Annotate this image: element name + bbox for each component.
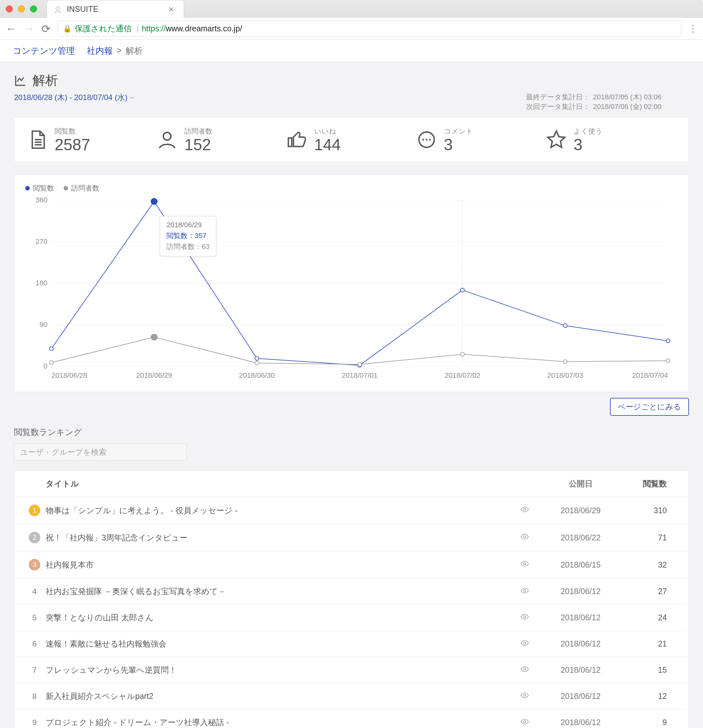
stat-favorites: よく使う3	[546, 127, 676, 153]
last-agg-label: 最終データ集計日：	[526, 92, 590, 102]
stat-comments-label: コメント	[444, 127, 473, 136]
forward-button[interactable]: →	[24, 22, 35, 35]
svg-point-6	[423, 139, 424, 140]
close-window-icon[interactable]	[6, 6, 13, 13]
eye-icon[interactable]	[514, 718, 536, 728]
stat-likes: いいね144	[287, 127, 416, 153]
eye-icon[interactable]	[514, 586, 536, 597]
stat-fav-value: 3	[574, 137, 603, 153]
chart-area[interactable]: 0901802703602018/06/282018/06/292018/06/…	[25, 197, 678, 382]
row-date: 2018/06/12	[536, 692, 625, 701]
stat-views-label: 閲覧数	[55, 127, 90, 136]
svg-point-40	[666, 359, 670, 363]
address-bar[interactable]: 🔒 保護された通信 | https://www.dreamarts.co.jp/	[58, 21, 681, 37]
svg-point-29	[255, 356, 259, 360]
eye-icon[interactable]	[514, 665, 536, 675]
eye-icon[interactable]	[514, 612, 536, 623]
row-date: 2018/06/15	[536, 560, 625, 569]
table-row[interactable]: 8新入社員紹介スペシャルpart22018/06/1212	[14, 683, 689, 709]
analytics-icon	[14, 74, 27, 87]
close-tab-icon[interactable]: ×	[168, 4, 174, 15]
eye-icon[interactable]	[514, 691, 536, 702]
browser-chrome: INSUITE × ← → ⟳ 🔒 保護された通信 | https://www.…	[0, 0, 703, 40]
svg-point-39	[563, 360, 567, 364]
stat-visitors-label: 訪問者数	[184, 127, 212, 136]
svg-text:2018/06/30: 2018/06/30	[239, 371, 275, 379]
header-date: 公開日	[536, 478, 625, 489]
rank-number: 4	[32, 587, 36, 596]
view-per-page-button[interactable]: ページごとにみる	[610, 398, 689, 416]
eye-icon[interactable]	[514, 639, 536, 649]
thumbs-up-icon	[287, 129, 307, 150]
svg-text:0: 0	[43, 362, 47, 370]
ranking-title: 閲覧数ランキング	[14, 427, 689, 438]
comment-icon	[416, 129, 437, 150]
row-title: 祝！「社内報」3周年記念インタビュー	[46, 532, 514, 543]
tooltip-visitors: 訪問者数：63	[166, 242, 209, 251]
table-row[interactable]: 4社内お宝発掘隊 －奥深く眠るお宝写真を求めて－2018/06/1227	[14, 578, 689, 605]
browser-tab[interactable]: INSUITE ×	[47, 0, 184, 18]
svg-text:2018/07/04: 2018/07/04	[632, 371, 668, 379]
row-date: 2018/06/22	[536, 533, 625, 542]
table-row[interactable]: 7フレッシュマンから先輩へ逆質問！2018/06/1215	[14, 657, 689, 683]
table-row[interactable]: 3社内報見本市2018/06/1532	[14, 551, 689, 578]
legend-dot-views	[25, 186, 30, 191]
stat-visitors-value: 152	[184, 137, 212, 153]
svg-point-7	[426, 139, 427, 140]
table-row[interactable]: 2祝！「社内報」3周年記念インタビュー2018/06/2271	[14, 524, 689, 551]
row-title: 社内報見本市	[46, 560, 514, 570]
row-title: プロジェクト紹介 - ドリーム・アーツ社導入秘話 -	[46, 717, 514, 728]
table-row[interactable]: 5突撃！となりの山田 太郎さん2018/06/1224	[14, 605, 689, 631]
page-title: 解析	[33, 72, 58, 89]
svg-text:2018/06/28: 2018/06/28	[52, 371, 87, 379]
breadcrumb-separator: >	[117, 46, 122, 56]
table-row[interactable]: 9プロジェクト紹介 - ドリーム・アーツ社導入秘話 -2018/06/129	[14, 709, 689, 728]
row-views: 32	[625, 560, 680, 569]
back-button[interactable]: ←	[6, 22, 17, 35]
row-views: 71	[625, 533, 680, 542]
svg-point-8	[429, 139, 431, 140]
eye-icon[interactable]	[514, 560, 536, 570]
row-date: 2018/06/12	[536, 613, 625, 622]
legend-dot-visitors	[64, 186, 68, 191]
rank-number: 9	[32, 718, 36, 727]
breadcrumb-parent-link[interactable]: 社内報	[87, 45, 113, 56]
row-views: 12	[625, 692, 680, 701]
maximize-window-icon[interactable]	[30, 6, 37, 13]
lock-icon: 🔒	[63, 25, 72, 33]
eye-icon[interactable]	[514, 505, 536, 516]
breadcrumb-current: 解析	[126, 45, 143, 56]
aggregation-info: 最終データ集計日：2018/07/05 (木) 03:06 次回データ集計日：2…	[526, 92, 689, 111]
browser-menu-icon[interactable]: ⋮	[688, 23, 697, 34]
reload-button[interactable]: ⟳	[42, 22, 51, 35]
svg-point-33	[666, 339, 670, 343]
rank-badge: 1	[29, 505, 40, 516]
svg-text:90: 90	[39, 321, 47, 328]
rank-number: 6	[32, 640, 36, 649]
document-icon	[27, 129, 48, 150]
table-row[interactable]: 1物事は「シンプル」に考えよう。 - 役員メッセージ -2018/06/2931…	[14, 497, 689, 524]
eye-icon[interactable]	[514, 532, 536, 543]
minimize-window-icon[interactable]	[18, 6, 25, 13]
content-management-link[interactable]: コンテンツ管理	[13, 45, 75, 56]
header-views: 閲覧数	[625, 478, 680, 489]
row-views: 15	[625, 665, 680, 675]
svg-point-37	[358, 363, 361, 366]
date-range-picker[interactable]: 2018/06/28 (木) - 2018/07/04 (水)﹀	[14, 92, 134, 103]
stats-summary-card: 閲覧数2587 訪問者数152 いいね144 コメント3 よく使う3	[14, 117, 689, 162]
row-title: 社内お宝発掘隊 －奥深く眠るお宝写真を求めて－	[46, 586, 514, 597]
search-input[interactable]	[14, 443, 187, 461]
table-row[interactable]: 6速報！素敵に魅せる社内報勉強会2018/06/1221	[14, 631, 689, 657]
svg-point-35	[151, 334, 157, 340]
row-date: 2018/06/12	[536, 639, 625, 649]
row-date: 2018/06/12	[536, 718, 625, 727]
stat-visitors: 訪問者数152	[157, 127, 287, 153]
legend-views: 閲覧数	[33, 183, 54, 193]
chart-card: 閲覧数 訪問者数 0901802703602018/06/282018/06/2…	[14, 175, 689, 392]
stat-comments: コメント3	[416, 127, 546, 153]
row-title: フレッシュマンから先輩へ逆質問！	[46, 665, 514, 675]
stat-comments-value: 3	[444, 137, 473, 153]
stat-likes-label: いいね	[314, 127, 341, 136]
stat-likes-value: 144	[314, 137, 341, 153]
legend-visitors: 訪問者数	[71, 183, 100, 193]
